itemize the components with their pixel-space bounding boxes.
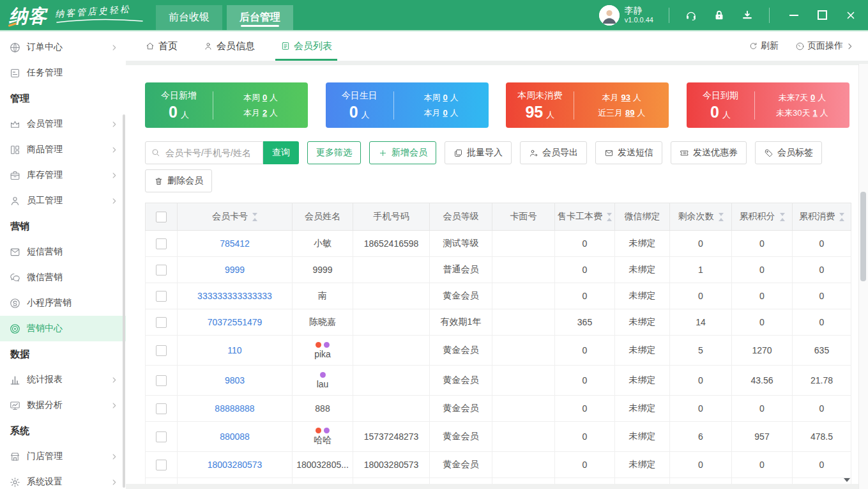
sidebar-item[interactable]: 系统设置 xyxy=(0,469,126,489)
customer-service-icon[interactable] xyxy=(685,9,697,22)
page-tab[interactable]: 首页 xyxy=(145,31,178,61)
member-card-link[interactable]: 70372551479 xyxy=(208,317,263,327)
stat-detail-value[interactable]: 93 xyxy=(621,93,630,102)
lock-icon[interactable] xyxy=(713,9,726,22)
member-card-link[interactable]: 785412 xyxy=(220,238,250,249)
toolbar-button[interactable]: 发送短信 xyxy=(595,141,662,164)
toolbar-button[interactable]: 会员标签 xyxy=(755,141,822,164)
refresh-action[interactable]: 刷新 xyxy=(749,40,779,52)
stat-card: 今日生日0人本周0人本月0人 xyxy=(326,82,489,128)
page-scrollbar-thumb[interactable] xyxy=(860,192,866,281)
sidebar-item[interactable]: 小程序营销 xyxy=(0,290,126,316)
sidebar-item[interactable]: 数据分析 xyxy=(0,392,126,418)
sidebar: 订单中心任务管理管理会员管理商品管理库存管理员工管理营销短信营销微信营销小程序营… xyxy=(0,31,126,489)
scroll-down-arrow[interactable] xyxy=(844,478,850,482)
toolbar-button-label: 会员标签 xyxy=(777,147,813,159)
stat-detail-value[interactable]: 89 xyxy=(625,108,634,118)
toolbar-button[interactable]: 发送优惠券 xyxy=(671,141,747,164)
topbar-right: 李静 v1.0.0.44 xyxy=(599,5,868,26)
stat-detail-value[interactable]: 0 xyxy=(811,93,815,102)
stat-card-details: 本月93人近三月89人 xyxy=(574,90,669,121)
member-card-link[interactable]: 9803 xyxy=(225,375,245,385)
row-checkbox[interactable] xyxy=(156,345,167,356)
maximize-button[interactable] xyxy=(817,10,827,20)
toolbar-button[interactable]: 更多筛选 xyxy=(307,141,361,164)
stat-detail-value[interactable]: 1 xyxy=(813,108,818,118)
list-icon xyxy=(280,41,291,51)
chevron-right-icon xyxy=(110,478,118,486)
row-checkbox[interactable] xyxy=(156,317,167,328)
member-tag-dots xyxy=(295,342,350,349)
row-checkbox[interactable] xyxy=(156,238,167,249)
download-icon[interactable] xyxy=(741,9,754,22)
topbar: 纳客 纳客管店史轻松 前台收银后台管理 李静 v1.0.0.44 xyxy=(0,0,868,30)
sidebar-item[interactable]: 订单中心 xyxy=(0,35,126,60)
stat-card: 今日到期0人未来7天0人未来30天1人 xyxy=(687,82,849,128)
column-header[interactable]: 累积积分 xyxy=(732,203,793,231)
topbar-tab[interactable]: 前台收银 xyxy=(156,5,222,30)
cell-name: 哈哈 xyxy=(293,422,353,452)
sidebar-item[interactable]: 门店管理 xyxy=(0,444,126,469)
page-tab[interactable]: 会员信息 xyxy=(203,31,255,61)
row-checkbox[interactable] xyxy=(156,403,167,414)
page-tab[interactable]: 会员列表 xyxy=(280,31,332,61)
member-card-link[interactable]: 110 xyxy=(227,345,241,355)
cell-spend: 0 xyxy=(793,231,851,257)
cell-times: 0 xyxy=(670,283,732,309)
stat-detail-value[interactable]: 0 xyxy=(443,108,448,118)
stat-detail-value[interactable]: 0 xyxy=(443,93,448,102)
stat-card-title: 今日到期 xyxy=(687,90,754,102)
select-all-checkbox[interactable] xyxy=(156,212,167,222)
delete-member-button[interactable]: 删除会员 xyxy=(145,169,212,192)
sidebar-item[interactable]: 短信营销 xyxy=(0,239,126,265)
stat-detail-value[interactable]: 0 xyxy=(263,93,267,102)
user-chip[interactable]: 李静 v1.0.0.44 xyxy=(599,5,653,26)
minimize-button[interactable] xyxy=(789,10,799,20)
table-row: 880088哈哈15737248273黄金会员0未绑定6957478.5 xyxy=(146,422,851,452)
page-ops-action[interactable]: 页面操作 xyxy=(795,40,854,52)
member-card-link[interactable]: 18003280573 xyxy=(208,460,263,470)
sidebar-item-label: 营销中心 xyxy=(27,323,63,334)
member-card-link[interactable]: 9999 xyxy=(225,265,245,275)
stat-detail-value[interactable]: 2 xyxy=(263,108,267,118)
member-name: 9999 xyxy=(295,265,350,275)
toolbar-button[interactable]: 新增会员 xyxy=(369,141,436,164)
row-checkbox[interactable] xyxy=(156,375,167,386)
member-card-link[interactable]: 333333333333333 xyxy=(197,291,272,301)
column-header[interactable]: 售卡工本费 xyxy=(555,203,615,231)
close-button[interactable] xyxy=(845,10,857,21)
sidebar-scrollbar-thumb[interactable] xyxy=(123,114,125,488)
row-checkbox[interactable] xyxy=(156,291,167,302)
toolbar-button[interactable]: 批量导入 xyxy=(445,141,512,164)
page-tab-label: 首页 xyxy=(158,40,178,52)
column-header[interactable]: 累积消费 xyxy=(793,203,851,231)
sidebar-item[interactable]: 员工管理 xyxy=(0,188,126,213)
cell-points: 0 xyxy=(732,231,793,257)
sidebar-item-label: 订单中心 xyxy=(27,42,63,53)
sidebar-item[interactable]: 任务管理 xyxy=(0,60,126,86)
row-checkbox[interactable] xyxy=(156,265,167,276)
sidebar-item[interactable]: 统计报表 xyxy=(0,367,126,392)
sidebar-item[interactable]: 会员管理 xyxy=(0,111,126,137)
column-header[interactable]: 剩余次数 xyxy=(670,203,732,231)
toolbar-buttons: 更多筛选新增会员批量导入会员导出发送短信发送优惠券会员标签 xyxy=(307,141,822,164)
sidebar-item[interactable]: 营销中心 xyxy=(0,316,126,341)
row-checkbox[interactable] xyxy=(156,460,167,470)
cell-select xyxy=(146,396,178,422)
column-header[interactable]: 会员卡号 xyxy=(178,203,293,231)
search-button[interactable]: 查询 xyxy=(263,141,299,164)
member-card-link[interactable]: 880088 xyxy=(220,431,250,442)
sidebar-item[interactable]: 微信营销 xyxy=(0,265,126,290)
toolbar-button[interactable]: 会员导出 xyxy=(520,141,587,164)
topbar-tab[interactable]: 后台管理 xyxy=(227,5,293,30)
sidebar-item[interactable]: 库存管理 xyxy=(0,162,126,188)
sidebar-item[interactable]: 商品管理 xyxy=(0,137,126,162)
sort-caret xyxy=(607,213,612,221)
search-input[interactable] xyxy=(145,141,263,164)
cell-phone xyxy=(353,283,430,309)
row-checkbox[interactable] xyxy=(156,431,167,442)
member-card-link[interactable]: 88888888 xyxy=(215,403,254,414)
cell-spend: 0 xyxy=(793,396,851,422)
import-icon xyxy=(453,148,463,158)
table-row: 785412小敏18652416598测试等级0未绑定000 xyxy=(146,231,851,257)
